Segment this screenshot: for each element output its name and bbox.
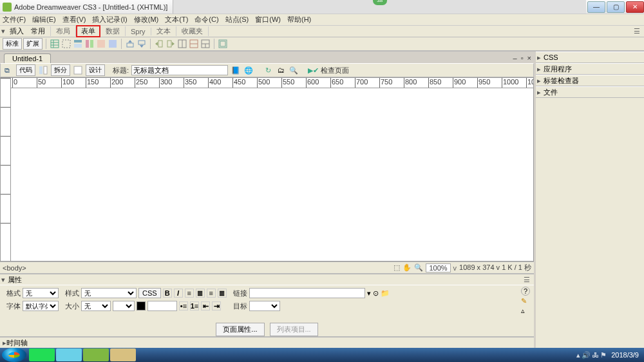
hand-tool-icon[interactable]: ✋ — [402, 263, 412, 272]
design-view-button[interactable]: 设计 — [86, 64, 105, 76]
design-view-icon[interactable] — [73, 65, 83, 75]
maximize-button[interactable]: ▢ — [607, 1, 625, 13]
insert-tab-5[interactable]: 文本 — [151, 26, 176, 36]
font-select[interactable]: 默认字体 — [23, 301, 59, 311]
collapse-arrow-icon[interactable]: ▾ — [0, 276, 8, 284]
outdent-button[interactable]: ⇤ — [201, 301, 210, 310]
insert-menu-icon[interactable]: ☰ — [634, 27, 644, 35]
doc-minimize-icon[interactable]: – — [513, 54, 517, 62]
start-button[interactable] — [2, 348, 26, 362]
style-select[interactable]: 无 — [81, 288, 137, 298]
file-mgmt-icon[interactable]: 🗂 — [276, 65, 286, 75]
expand-button[interactable]: 扩展 — [23, 38, 43, 50]
italic-button[interactable]: I — [174, 289, 183, 298]
panel-标签检查器[interactable]: ▸标签检查器 — [536, 75, 644, 86]
ol-button[interactable]: 1≡ — [190, 301, 199, 310]
split-view-icon[interactable] — [38, 65, 48, 75]
collapse-down-icon[interactable]: ▵ — [521, 307, 530, 315]
design-canvas[interactable] — [11, 88, 533, 261]
link-input[interactable] — [249, 288, 365, 298]
clock-date[interactable]: 2018/3/9 — [611, 351, 639, 359]
tabular-icon[interactable] — [189, 39, 199, 49]
size-unit-select[interactable] — [113, 301, 135, 311]
menu-命令c[interactable]: 命令(C) — [194, 15, 218, 24]
menu-查看v[interactable]: 查看(V) — [62, 15, 86, 24]
menu-窗口w[interactable]: 窗口(W) — [255, 15, 281, 24]
browse-folder-icon[interactable]: 📁 — [381, 289, 390, 298]
frames-icon[interactable] — [177, 39, 187, 49]
bold-button[interactable]: B — [163, 289, 172, 298]
insert-tab-0[interactable]: 常用 — [26, 26, 51, 36]
properties-menu-icon[interactable]: ☰ — [524, 276, 534, 284]
align-right-button[interactable]: ≡ — [207, 289, 216, 298]
layout-icon[interactable] — [73, 39, 83, 49]
taskbar-item-paint[interactable] — [110, 348, 136, 361]
taskbar-item-ie[interactable] — [29, 348, 55, 361]
window-size-readout[interactable]: 1089 x 374 v 1 K / 1 秒 — [459, 263, 531, 272]
point-to-file-icon[interactable]: ⊙ — [373, 289, 379, 298]
menu-文本t[interactable]: 文本(T) — [165, 15, 188, 24]
refresh-icon[interactable]: ↻ — [263, 65, 273, 75]
col-left-icon[interactable] — [154, 39, 164, 49]
book-icon[interactable]: 📘 — [231, 65, 241, 75]
page-title-input[interactable] — [131, 65, 228, 75]
doc-restore-icon[interactable]: ▫ — [521, 54, 524, 62]
iframe-icon[interactable] — [218, 39, 228, 49]
page-properties-button[interactable]: 页面属性... — [216, 323, 264, 336]
properties-header[interactable]: ▾ 属性 ☰ — [0, 273, 534, 285]
help-icon[interactable]: ? — [521, 287, 530, 296]
validate-icon[interactable]: ▶✔ — [308, 65, 318, 75]
insert-tab-6[interactable]: 收藏夹 — [176, 26, 209, 36]
doc-close-icon[interactable]: × — [527, 54, 531, 62]
color-input[interactable] — [147, 301, 177, 311]
panel-文件[interactable]: ▸文件 — [536, 86, 644, 98]
menu-插入记录i[interactable]: 插入记录(I) — [92, 15, 127, 24]
table-icon[interactable] — [50, 39, 60, 49]
zoom-tool-icon[interactable]: 🔍 — [414, 263, 423, 272]
panel-应用程序[interactable]: ▸应用程序 — [536, 63, 644, 75]
frameset-icon[interactable] — [200, 39, 211, 49]
menu-帮助h[interactable]: 帮助(H) — [287, 15, 311, 24]
code-view-button[interactable]: 代码 — [16, 64, 35, 76]
document-tab[interactable]: Untitled-1 — [4, 53, 51, 63]
close-button[interactable]: ✕ — [626, 1, 644, 13]
insert-tab-4[interactable]: Spry — [126, 28, 151, 35]
split-view-button[interactable]: 拆分 — [51, 64, 70, 76]
align-center-button[interactable]: ≣ — [196, 289, 205, 298]
target-select[interactable] — [249, 301, 280, 311]
zoom-value[interactable]: 100% — [426, 263, 450, 272]
row-below-icon[interactable] — [137, 39, 147, 49]
code-view-icon[interactable]: ⧉ — [3, 65, 14, 75]
css-button[interactable]: CSS — [138, 288, 161, 298]
layout4-icon[interactable] — [108, 39, 118, 49]
insert-tab-1[interactable]: 布局 — [51, 26, 76, 36]
col-right-icon[interactable] — [166, 39, 176, 49]
indent-button[interactable]: ⇥ — [212, 301, 221, 310]
taskbar-item-explorer[interactable] — [56, 348, 82, 361]
standard-button[interactable]: 标准 — [3, 38, 22, 50]
globe-icon[interactable]: 🌐 — [243, 65, 254, 75]
panel-css[interactable]: ▸CSS — [536, 52, 644, 63]
menu-站点s[interactable]: 站点(S) — [225, 15, 249, 24]
insert-tab-2[interactable]: 表单 — [76, 25, 100, 37]
size-select[interactable]: 无 — [81, 301, 111, 311]
collapse-arrow-icon[interactable]: ▾ — [0, 27, 8, 35]
menu-修改m[interactable]: 修改(M) — [134, 15, 159, 24]
minimize-button[interactable]: — — [587, 1, 605, 13]
menu-文件f[interactable]: 文件(F) — [3, 15, 26, 24]
ul-button[interactable]: •≡ — [179, 301, 188, 310]
align-left-button[interactable]: ≡ — [185, 289, 194, 298]
check-page-label[interactable]: 检查页面 — [321, 66, 349, 75]
timeline-panel-header[interactable]: ▸ 时间轴 — [0, 336, 534, 348]
layout2-icon[interactable] — [84, 39, 95, 49]
preview-icon[interactable]: 🔍 — [289, 65, 299, 75]
menu-编辑e[interactable]: 编辑(E) — [32, 15, 56, 24]
color-swatch[interactable] — [137, 301, 146, 310]
taskbar-item-dreamweaver[interactable] — [83, 348, 109, 361]
quick-tag-icon[interactable]: ✎ — [521, 297, 530, 305]
insert-tab-3[interactable]: 数据 — [100, 26, 126, 36]
tag-selector[interactable]: <body> — [3, 264, 26, 272]
tray-icons[interactable]: ▴🔊🖧⚑ — [576, 351, 607, 359]
select-tool-icon[interactable]: ⬚ — [393, 263, 400, 272]
align-justify-button[interactable]: ≣ — [218, 289, 227, 298]
